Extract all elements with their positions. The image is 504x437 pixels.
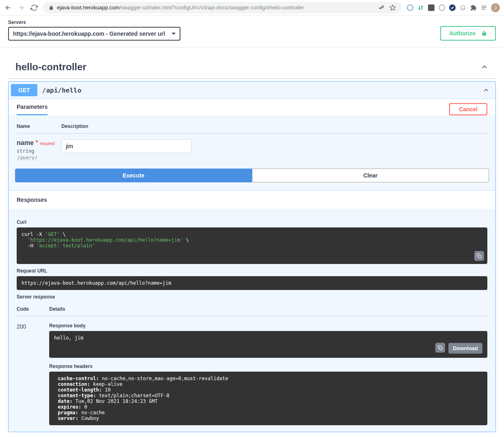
request-url-block: https://ejava-boot.herokuapp.com/api/hel…: [17, 276, 487, 290]
param-value-input[interactable]: [61, 139, 191, 153]
chevron-up-icon: [482, 87, 490, 94]
copy-curl-button[interactable]: [474, 251, 484, 261]
cancel-button[interactable]: Cancel: [449, 103, 487, 115]
operation-path: /api/hello: [42, 87, 81, 94]
profile-avatar[interactable]: J: [491, 3, 500, 12]
servers-select[interactable]: https://ejava-boot.herokuapp.com - Gener…: [8, 27, 180, 41]
col-header-code: Code: [17, 306, 49, 312]
required-label: required: [40, 141, 55, 146]
curl-label: Curl: [17, 219, 487, 225]
param-name: name: [17, 139, 34, 146]
secure-lock-icon: [49, 5, 54, 10]
reading-list-icon[interactable]: [480, 4, 488, 11]
authorize-button[interactable]: Authorize: [440, 26, 496, 41]
url-path: /swagger-ui/index.html?configUrl=/v3/api…: [119, 4, 304, 11]
tag-header[interactable]: hello-controller: [8, 56, 496, 79]
responses-header: Responses: [9, 190, 495, 209]
col-header-name: Name: [17, 123, 61, 129]
response-body-label: Response body: [49, 323, 487, 329]
method-badge: GET: [11, 84, 37, 96]
svg-marker-1: [390, 5, 395, 10]
col-header-description: Description: [61, 123, 487, 129]
back-button[interactable]: [4, 4, 12, 12]
param-in: (query): [17, 155, 61, 160]
lock-open-icon: [481, 30, 487, 37]
response-headers-block: cache-control: no-cache,no-store,max-age…: [49, 372, 487, 425]
parameters-tab: Parameters: [17, 104, 48, 115]
clipboard-icon: [437, 345, 443, 350]
response-body-text: hello, jim: [54, 335, 482, 341]
url-host: ejava-boot.herokuapp.com: [57, 4, 119, 11]
ext-icon-4[interactable]: [438, 4, 445, 11]
svg-rect-9: [439, 347, 442, 349]
operation-header[interactable]: GET /api/hello: [9, 82, 495, 99]
address-bar[interactable]: ejava-boot.herokuapp.com/swagger-ui/inde…: [43, 2, 402, 13]
curl-block: curl -X 'GET' \ 'https://ejava-boot.hero…: [17, 227, 487, 264]
extensions: J: [406, 3, 500, 12]
servers-bar: Servers https://ejava-boot.herokuapp.com…: [0, 15, 504, 48]
star-icon[interactable]: [389, 4, 396, 11]
copy-response-button[interactable]: [435, 343, 445, 353]
request-url-label: Request URL: [17, 268, 487, 274]
download-button[interactable]: Download: [448, 343, 482, 354]
svg-point-2: [407, 5, 413, 11]
tag-name: hello-controller: [15, 61, 87, 73]
servers-label: Servers: [8, 19, 180, 25]
ext-icon-6[interactable]: [459, 4, 467, 11]
key-icon: [378, 4, 385, 11]
required-star: *: [35, 139, 38, 146]
operation-get-hello: GET /api/hello Parameters Cancel Name De…: [8, 81, 496, 432]
execute-button[interactable]: Execute: [15, 169, 252, 182]
clipboard-icon: [476, 253, 482, 259]
parameter-row: name * required string (query): [17, 134, 487, 160]
status-code: 200: [17, 323, 26, 330]
server-response-label: Server response: [17, 294, 487, 300]
svg-point-3: [439, 5, 445, 11]
parameters-table: Name Description name * required string …: [9, 115, 495, 169]
param-type: string: [17, 148, 61, 154]
ext-icon-2[interactable]: [417, 4, 424, 11]
svg-rect-8: [478, 255, 481, 257]
col-header-details: Details: [49, 306, 487, 312]
chevron-up-icon: [480, 63, 489, 71]
authorize-label: Authorize: [449, 30, 476, 37]
svg-point-0: [379, 7, 381, 9]
extensions-puzzle-icon[interactable]: [470, 4, 477, 11]
browser-toolbar: ejava-boot.herokuapp.com/swagger-ui/inde…: [0, 0, 504, 15]
reload-button[interactable]: [30, 4, 38, 12]
parameters-header: Parameters Cancel: [9, 99, 495, 115]
forward-button[interactable]: [17, 4, 25, 12]
ext-icon-5[interactable]: [449, 4, 456, 11]
ext-icon-3[interactable]: [428, 4, 435, 11]
response-headers-label: Response headers: [49, 363, 487, 369]
response-body-block: hello, jim Download: [49, 331, 487, 358]
clear-button[interactable]: Clear: [252, 169, 489, 182]
ext-icon-1[interactable]: [406, 4, 414, 11]
